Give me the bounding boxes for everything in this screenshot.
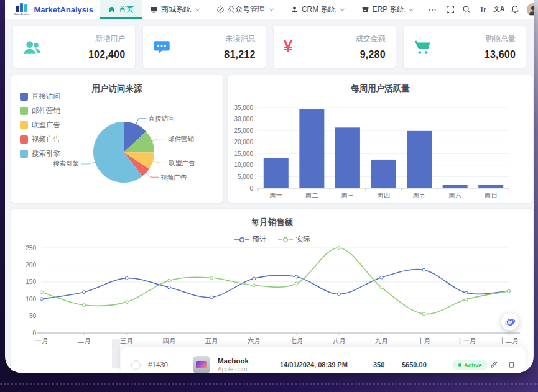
theme-settings-button[interactable] [501,313,519,330]
nav-more-button[interactable]: ⋯ [422,4,444,14]
order-id: #1430 [148,361,183,368]
stats-row: 新增用户102,400 未读消息81,212 ¥ 成交金额9,280 购物总量1… [13,26,526,68]
tab-shop[interactable]: 商城系统 [142,0,208,19]
stat-label: 未读消息 [224,34,255,44]
svg-text:250: 250 [26,245,36,252]
pie-chart-card: 用户访问来源 直接访问邮件营销联盟广告视频广告搜索引擎 直接访问邮件营销联盟广告… [11,75,223,203]
svg-text:联盟广告: 联盟广告 [169,159,195,166]
pie-chart[interactable]: 直接访问邮件营销联盟广告视频广告搜索引擎 [11,75,223,203]
home-icon [108,6,116,14]
stat-label: 购物总量 [485,34,516,44]
theme-ball-icon [504,316,516,328]
background-texture [0,383,538,385]
chevron-down-icon [269,7,274,12]
bar-chart[interactable]: 05,00010,00015,00020,00025,00030,00035,0… [228,75,533,203]
chevron-down-icon [340,7,345,12]
status-badge: Active [453,360,488,370]
scroll-gutter [112,339,120,368]
status-label: Active [464,362,482,368]
svg-text:100: 100 [26,296,36,303]
svg-text:三月: 三月 [120,337,133,344]
svg-text:一月: 一月 [35,337,49,344]
delete-icon[interactable] [508,360,516,369]
translate-icon[interactable]: 文A [493,2,505,16]
svg-text:十二月: 十二月 [499,337,519,344]
stat-card-shopping-total: 购物总量13,600 [404,26,526,68]
app-window: Market Analytics MarketAnalysis 首页商城系统公众… [5,0,534,373]
orders-table-row-card: #1430 Macbook Apple.com 14/01/2024, 08:3… [121,347,526,373]
svg-text:200: 200 [26,262,36,268]
tab-archive[interactable]: ERP 系统 [353,0,422,19]
fullscreen-icon[interactable] [444,2,457,16]
edit-icon[interactable] [489,360,498,369]
brand-tagline: Market Analytics [14,13,29,16]
product-name: Macbook [218,357,280,365]
bell-icon[interactable] [509,2,521,16]
stat-value: 102,400 [88,49,125,60]
stat-value: 81,212 [224,49,255,60]
nav-actions: Tr 文A 超级管理员 [444,2,534,16]
tab-compass[interactable]: 公众号管理 [208,0,282,19]
top-navbar: Market Analytics MarketAnalysis 首页商城系统公众… [5,0,534,19]
yen-icon: ¥ [284,39,306,55]
search-icon[interactable] [460,2,473,16]
shop-icon [150,6,158,14]
users-icon [23,39,45,55]
chevron-down-icon [408,7,414,12]
svg-text:直接访问: 直接访问 [149,114,175,122]
svg-text:周六: 周六 [448,191,462,199]
avatar[interactable] [527,3,534,16]
font-size-icon[interactable]: Tr [476,2,489,16]
tab-home[interactable]: 首页 [100,0,142,19]
dashboard-content: 新增用户102,400 未读消息81,212 ¥ 成交金额9,280 购物总量1… [5,19,534,373]
compass-icon [216,6,225,14]
svg-text:周三: 周三 [341,191,354,199]
order-quantity: 350 [373,361,402,368]
stat-label: 成交金额 [356,34,386,44]
svg-text:周日: 周日 [485,191,498,199]
archive-icon [361,6,369,14]
order-datetime: 14/01/2024, 08:39 PM [280,361,373,368]
product-image [193,356,210,373]
svg-text:邮件营销: 邮件营销 [168,135,194,142]
svg-text:25,000: 25,000 [234,127,253,134]
svg-text:五月: 五月 [205,337,218,344]
svg-text:0: 0 [249,185,253,192]
svg-text:视频广告: 视频广告 [160,173,187,181]
svg-text:150: 150 [26,278,36,285]
row-checkbox[interactable] [131,360,141,370]
svg-text:十月: 十月 [417,337,430,344]
stat-value: 13,600 [485,49,516,60]
svg-text:10,000: 10,000 [234,162,253,168]
svg-text:35,000: 35,000 [234,104,253,111]
message-icon [153,39,175,55]
svg-text:周二: 周二 [305,191,318,199]
svg-text:七月: 七月 [290,337,303,344]
svg-text:20,000: 20,000 [234,139,253,145]
svg-text:六月: 六月 [248,337,261,344]
chevron-down-icon [195,7,200,12]
svg-text:八月: 八月 [332,337,345,344]
brand[interactable]: Market Analytics MarketAnalysis [14,3,93,16]
tab-user[interactable]: CRM 系统 [282,0,353,19]
svg-text:15,000: 15,000 [234,150,253,157]
svg-text:30,000: 30,000 [234,116,253,122]
user-icon [290,6,299,14]
stat-card-new-users: 新增用户102,400 [13,26,135,68]
product-cell: Macbook Apple.com [218,357,280,373]
svg-text:0: 0 [32,330,36,337]
main-nav: 首页商城系统公众号管理CRM 系统ERP 系统 [100,0,422,19]
svg-text:周四: 周四 [377,191,390,199]
svg-text:四月: 四月 [162,337,175,344]
stat-value: 9,280 [356,49,386,60]
cart-icon [414,39,436,55]
svg-text:周五: 周五 [413,191,427,199]
stat-card-unread-messages: 未读消息81,212 [143,26,265,68]
stat-card-deal-amount: ¥ 成交金额9,280 [274,26,396,68]
svg-text:周一: 周一 [269,191,282,199]
status-dot-icon [458,363,461,367]
stat-label: 新增用户 [88,34,125,44]
bar-chart-card: 每周用户活跃量 05,00010,00015,00020,00025,00030… [228,75,533,203]
order-price: $650.00 [402,361,453,368]
svg-text:搜索引擎: 搜索引擎 [53,160,79,167]
